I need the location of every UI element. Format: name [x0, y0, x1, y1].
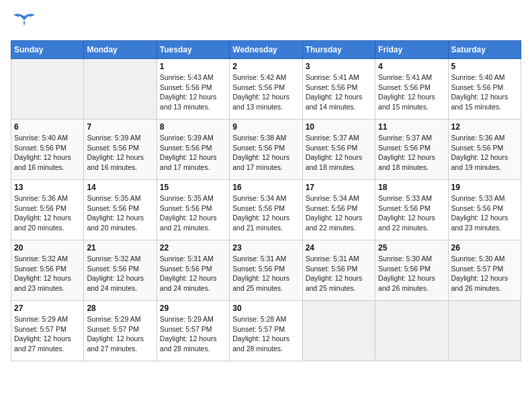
day-info: Sunrise: 5:29 AMSunset: 5:57 PMDaylight:… [14, 314, 81, 354]
day-info: Sunrise: 5:40 AMSunset: 5:56 PMDaylight:… [451, 73, 518, 112]
calendar-cell [448, 301, 521, 361]
day-number: 2 [232, 62, 299, 71]
day-number: 7 [87, 122, 153, 132]
day-info: Sunrise: 5:34 AMSunset: 5:56 PMDaylight:… [232, 193, 299, 233]
day-number: 12 [451, 122, 518, 132]
day-number: 15 [160, 183, 226, 192]
day-info: Sunrise: 5:31 AMSunset: 5:56 PMDaylight:… [306, 254, 372, 293]
calendar-cell [84, 59, 157, 120]
calendar-cell: 9Sunrise: 5:38 AMSunset: 5:56 PMDaylight… [230, 120, 302, 180]
day-info: Sunrise: 5:43 AMSunset: 5:56 PMDaylight:… [160, 73, 226, 112]
day-number: 5 [451, 62, 518, 71]
day-of-week-header: Monday [84, 41, 157, 59]
day-info: Sunrise: 5:29 AMSunset: 5:57 PMDaylight:… [160, 314, 226, 354]
day-of-week-header: Wednesday [230, 41, 302, 59]
day-info: Sunrise: 5:36 AMSunset: 5:56 PMDaylight:… [451, 133, 518, 173]
day-number: 28 [87, 304, 153, 313]
day-number: 25 [378, 243, 445, 253]
calendar-cell: 30Sunrise: 5:28 AMSunset: 5:57 PMDayligh… [230, 301, 302, 361]
day-info: Sunrise: 5:33 AMSunset: 5:56 PMDaylight:… [451, 193, 518, 233]
day-number: 9 [232, 122, 299, 132]
day-info: Sunrise: 5:42 AMSunset: 5:56 PMDaylight:… [232, 73, 299, 112]
day-info: Sunrise: 5:30 AMSunset: 5:56 PMDaylight:… [378, 254, 445, 293]
calendar-cell: 22Sunrise: 5:31 AMSunset: 5:56 PMDayligh… [157, 240, 229, 301]
day-number: 23 [232, 243, 299, 253]
day-info: Sunrise: 5:35 AMSunset: 5:56 PMDaylight:… [160, 193, 226, 233]
calendar-cell: 16Sunrise: 5:34 AMSunset: 5:56 PMDayligh… [230, 180, 302, 240]
day-number: 17 [306, 183, 372, 192]
calendar-cell: 15Sunrise: 5:35 AMSunset: 5:56 PMDayligh… [157, 180, 229, 240]
logo-icon [11, 11, 38, 35]
day-info: Sunrise: 5:31 AMSunset: 5:56 PMDaylight:… [160, 254, 226, 293]
calendar-cell: 17Sunrise: 5:34 AMSunset: 5:56 PMDayligh… [302, 180, 375, 240]
calendar-cell: 13Sunrise: 5:36 AMSunset: 5:56 PMDayligh… [11, 180, 84, 240]
day-info: Sunrise: 5:39 AMSunset: 5:56 PMDaylight:… [87, 133, 153, 173]
page-header [11, 11, 521, 35]
day-info: Sunrise: 5:38 AMSunset: 5:56 PMDaylight:… [232, 133, 299, 173]
day-number: 22 [160, 243, 226, 253]
day-number: 26 [451, 243, 518, 253]
day-info: Sunrise: 5:36 AMSunset: 5:56 PMDaylight:… [14, 193, 81, 233]
calendar-cell: 27Sunrise: 5:29 AMSunset: 5:57 PMDayligh… [11, 301, 84, 361]
calendar-cell: 3Sunrise: 5:41 AMSunset: 5:56 PMDaylight… [302, 59, 375, 120]
day-number: 10 [306, 122, 372, 132]
day-info: Sunrise: 5:30 AMSunset: 5:57 PMDaylight:… [451, 254, 518, 293]
logo [11, 11, 40, 35]
day-number: 13 [14, 183, 81, 192]
day-info: Sunrise: 5:40 AMSunset: 5:56 PMDaylight:… [14, 133, 81, 173]
calendar-cell: 2Sunrise: 5:42 AMSunset: 5:56 PMDaylight… [230, 59, 302, 120]
calendar-cell: 25Sunrise: 5:30 AMSunset: 5:56 PMDayligh… [375, 240, 448, 301]
day-info: Sunrise: 5:28 AMSunset: 5:57 PMDaylight:… [232, 314, 299, 354]
calendar-cell: 26Sunrise: 5:30 AMSunset: 5:57 PMDayligh… [448, 240, 521, 301]
day-number: 30 [232, 304, 299, 313]
day-number: 21 [87, 243, 153, 253]
calendar-cell: 24Sunrise: 5:31 AMSunset: 5:56 PMDayligh… [302, 240, 375, 301]
calendar-cell: 20Sunrise: 5:32 AMSunset: 5:56 PMDayligh… [11, 240, 84, 301]
day-of-week-header: Friday [375, 41, 448, 59]
day-info: Sunrise: 5:34 AMSunset: 5:56 PMDaylight:… [306, 193, 372, 233]
day-info: Sunrise: 5:41 AMSunset: 5:56 PMDaylight:… [378, 73, 445, 112]
day-number: 16 [232, 183, 299, 192]
calendar-cell: 11Sunrise: 5:37 AMSunset: 5:56 PMDayligh… [375, 120, 448, 180]
calendar-cell [375, 301, 448, 361]
calendar-week-row: 20Sunrise: 5:32 AMSunset: 5:56 PMDayligh… [11, 240, 521, 301]
calendar-table: SundayMondayTuesdayWednesdayThursdayFrid… [11, 40, 521, 361]
day-number: 3 [306, 62, 372, 71]
day-number: 8 [160, 122, 226, 132]
day-number: 29 [160, 304, 226, 313]
calendar-cell: 19Sunrise: 5:33 AMSunset: 5:56 PMDayligh… [448, 180, 521, 240]
calendar-cell: 18Sunrise: 5:33 AMSunset: 5:56 PMDayligh… [375, 180, 448, 240]
calendar-cell: 5Sunrise: 5:40 AMSunset: 5:56 PMDaylight… [448, 59, 521, 120]
day-info: Sunrise: 5:35 AMSunset: 5:56 PMDaylight:… [87, 193, 153, 233]
calendar-cell: 23Sunrise: 5:31 AMSunset: 5:56 PMDayligh… [230, 240, 302, 301]
calendar-cell: 28Sunrise: 5:29 AMSunset: 5:57 PMDayligh… [84, 301, 157, 361]
calendar-week-row: 27Sunrise: 5:29 AMSunset: 5:57 PMDayligh… [11, 301, 521, 361]
calendar-week-row: 1Sunrise: 5:43 AMSunset: 5:56 PMDaylight… [11, 59, 521, 120]
day-info: Sunrise: 5:41 AMSunset: 5:56 PMDaylight:… [306, 73, 372, 112]
calendar-cell: 1Sunrise: 5:43 AMSunset: 5:56 PMDaylight… [157, 59, 229, 120]
day-number: 6 [14, 122, 81, 132]
day-info: Sunrise: 5:37 AMSunset: 5:56 PMDaylight:… [378, 133, 445, 173]
day-number: 11 [378, 122, 445, 132]
calendar-week-row: 13Sunrise: 5:36 AMSunset: 5:56 PMDayligh… [11, 180, 521, 240]
day-info: Sunrise: 5:31 AMSunset: 5:56 PMDaylight:… [232, 254, 299, 293]
day-info: Sunrise: 5:32 AMSunset: 5:56 PMDaylight:… [87, 254, 153, 293]
calendar-cell: 10Sunrise: 5:37 AMSunset: 5:56 PMDayligh… [302, 120, 375, 180]
day-number: 14 [87, 183, 153, 192]
day-number: 1 [160, 62, 226, 71]
calendar-cell: 8Sunrise: 5:39 AMSunset: 5:56 PMDaylight… [157, 120, 229, 180]
calendar-week-row: 6Sunrise: 5:40 AMSunset: 5:56 PMDaylight… [11, 120, 521, 180]
calendar-cell [302, 301, 375, 361]
day-of-week-header: Tuesday [157, 41, 229, 59]
day-number: 19 [451, 183, 518, 192]
calendar-cell: 14Sunrise: 5:35 AMSunset: 5:56 PMDayligh… [84, 180, 157, 240]
day-of-week-header: Sunday [11, 41, 84, 59]
calendar-cell: 6Sunrise: 5:40 AMSunset: 5:56 PMDaylight… [11, 120, 84, 180]
calendar-cell: 4Sunrise: 5:41 AMSunset: 5:56 PMDaylight… [375, 59, 448, 120]
calendar-cell: 29Sunrise: 5:29 AMSunset: 5:57 PMDayligh… [157, 301, 229, 361]
day-number: 20 [14, 243, 81, 253]
calendar-cell: 12Sunrise: 5:36 AMSunset: 5:56 PMDayligh… [448, 120, 521, 180]
day-number: 18 [378, 183, 445, 192]
day-number: 27 [14, 304, 81, 313]
calendar-cell: 21Sunrise: 5:32 AMSunset: 5:56 PMDayligh… [84, 240, 157, 301]
